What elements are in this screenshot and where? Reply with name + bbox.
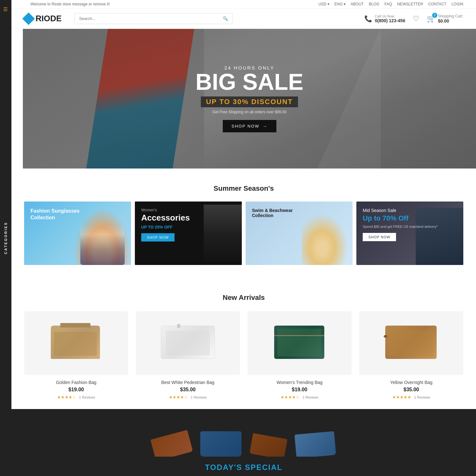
product-reviews-4: 1 Reviews	[414, 395, 430, 399]
cart-badge: 0	[432, 13, 437, 18]
promo-card-midsale[interactable]: Mid Season Sale Up to 70% Off Spend $60 …	[356, 202, 463, 265]
new-arrivals-title: New Arrivals	[24, 294, 463, 302]
topbar-nav: USD ▾ ENG ▾ ABOUT BLOG FAQ NEWSLETTER CO…	[318, 2, 463, 6]
todays-special-title: TODAY'S SPECIAL	[24, 463, 463, 472]
promo-cta-4[interactable]: SHOP NOW	[363, 233, 396, 241]
search-bar: 🔍	[74, 13, 233, 24]
promo-label-1: Fashion Sunglasses	[30, 208, 125, 215]
cart-price: $0.00	[438, 18, 463, 23]
sidebar-categories[interactable]: ☰ CATEGORIES	[0, 0, 11, 476]
promo-sublabel-1: Collection	[30, 215, 125, 221]
wishlist-button[interactable]: ♡	[413, 15, 419, 23]
shoe-4	[294, 431, 336, 457]
promo-spend-4: Spend $60 and get FREE US mainland deliv…	[363, 224, 457, 229]
nav-about[interactable]: ABOUT	[351, 2, 364, 6]
promo-label-3: Swim & Beachwear	[252, 208, 346, 213]
hero-discount-badge: UP TO 30% DISCOUNT	[201, 96, 298, 107]
promo-grid: Fashion Sunglasses Collection Women's Ac…	[24, 202, 463, 265]
product-img-2	[136, 311, 240, 375]
header: RIODE 🔍 📞 Call Us Now: 0(800) 123-456 ♡ …	[11, 9, 476, 29]
logo[interactable]: RIODE	[24, 14, 62, 23]
shoe-2	[200, 431, 241, 457]
promo-title-4: Up to 70% Off	[363, 214, 457, 222]
product-rating-1: ★★★★☆ 1 Reviews	[24, 394, 128, 400]
promo-card-beachwear[interactable]: Swim & Beachwear Collection	[246, 202, 353, 265]
product-reviews-1: 1 Reviews	[79, 395, 95, 399]
nav-blog[interactable]: BLOG	[369, 2, 379, 6]
product-price-4: $35.00	[359, 387, 463, 393]
product-price-1: $19.00	[24, 387, 128, 393]
cart-button[interactable]: 🛒 0	[427, 15, 435, 23]
product-rating-4: ★★★★★ 1 Reviews	[359, 394, 463, 400]
promo-title-2: Accessories	[141, 213, 235, 223]
cart-label: Shopping Cart:	[438, 14, 463, 18]
header-right: 📞 Call Us Now: 0(800) 123-456 ♡ 🛒 0 Shop…	[364, 14, 463, 23]
product-rating-3: ★★★★☆ 1 Reviews	[248, 394, 352, 400]
product-price-3: $19.00	[248, 387, 352, 393]
new-arrivals-section: New Arrivals Golden Fashion Bag $19.00 ★…	[11, 281, 476, 409]
product-rating-2: ★★★★☆ 1 Reviews	[136, 394, 240, 400]
shoe-3	[249, 433, 288, 457]
product-reviews-2: 1 Reviews	[191, 395, 207, 399]
product-price-2: $35.00	[136, 387, 240, 393]
product-name-4: Yellow Overnight Bag	[359, 380, 463, 385]
promo-card-sunglasses[interactable]: Fashion Sunglasses Collection	[24, 202, 131, 265]
promo-card-accessories[interactable]: Women's Accessories UP TO 25% OFF SHOP N…	[135, 202, 242, 265]
product-name-3: Women's Trending Bag	[248, 380, 352, 385]
cart-area: 🛒 0 Shopping Cart: $0.00	[427, 14, 463, 23]
product-card-4[interactable]: Yellow Overnight Bag $35.00 ★★★★★ 1 Revi…	[359, 311, 463, 400]
promo-label-4: Mid Season Sale	[363, 208, 457, 213]
shoe-1	[150, 430, 193, 457]
logo-text: RIODE	[36, 14, 62, 23]
product-card-3[interactable]: Women's Trending Bag $19.00 ★★★★☆ 1 Revi…	[248, 311, 352, 400]
nav-contact[interactable]: CONTACT	[428, 2, 446, 6]
search-input[interactable]	[75, 13, 218, 24]
main-content: 24 HOURS ONLY BIG SALE UP TO 30% DISCOUN…	[11, 29, 476, 476]
todays-special-section: TODAY'S SPECIAL	[11, 409, 476, 476]
top-bar: Welcome to Riode store message or remove…	[11, 0, 476, 9]
product-img-1	[24, 311, 128, 375]
product-card-1[interactable]: Golden Fashion Bag $19.00 ★★★★☆ 1 Review…	[24, 311, 128, 400]
hero-cta-button[interactable]: SHOP NOW →	[223, 120, 276, 132]
summer-section-title: Summer Season's	[24, 184, 463, 193]
hero-banner: 24 HOURS ONLY BIG SALE UP TO 30% DISCOUN…	[23, 29, 476, 169]
promo-cta-2[interactable]: SHOP NOW	[141, 233, 175, 241]
product-card-2[interactable]: Best White Pedestrian Bag $35.00 ★★★★☆ 1…	[136, 311, 240, 400]
product-reviews-3: 1 Reviews	[302, 395, 319, 399]
product-name-2: Best White Pedestrian Bag	[136, 380, 240, 385]
promo-off-2: UP TO 25% OFF	[141, 225, 235, 229]
hero-content: 24 HOURS ONLY BIG SALE UP TO 30% DISCOUN…	[195, 65, 303, 132]
hero-free-ship: Get Free Shipping on all orders over $99…	[195, 110, 303, 114]
promo-label-2: Women's	[141, 208, 235, 212]
nav-faq[interactable]: FAQ	[385, 2, 392, 6]
phone-icon: 📞	[364, 15, 372, 23]
hero-discount-percent: 30%	[233, 98, 249, 106]
summer-section: Summer Season's Fashion Sunglasses Colle…	[11, 169, 476, 281]
hero-title: BIG SALE	[195, 70, 303, 93]
hero-discount: UP TO 30% DISCOUNT	[195, 96, 303, 107]
currency-selector[interactable]: USD ▾	[318, 2, 329, 6]
sidebar-label: CATEGORIES	[4, 222, 8, 254]
hamburger-icon[interactable]: ☰	[3, 6, 8, 12]
phone-number: 0(800) 123-456	[375, 18, 405, 23]
phone-info: 📞 Call Us Now: 0(800) 123-456	[364, 14, 405, 23]
promo-title-3: Collection	[252, 213, 346, 218]
logo-diamond-icon	[22, 12, 35, 25]
product-img-3	[248, 311, 352, 375]
product-img-4	[359, 311, 463, 375]
phone-label: Call Us Now:	[375, 14, 405, 18]
products-grid: Golden Fashion Bag $19.00 ★★★★☆ 1 Review…	[24, 311, 463, 400]
nav-login[interactable]: LOGIN	[452, 2, 463, 6]
search-button[interactable]: 🔍	[218, 13, 233, 24]
topbar-message: Welcome to Riode store message or remove…	[30, 2, 110, 6]
language-selector[interactable]: ENG ▾	[334, 2, 346, 6]
product-name-1: Golden Fashion Bag	[24, 380, 128, 385]
nav-newsletter[interactable]: NEWSLETTER	[397, 2, 423, 6]
